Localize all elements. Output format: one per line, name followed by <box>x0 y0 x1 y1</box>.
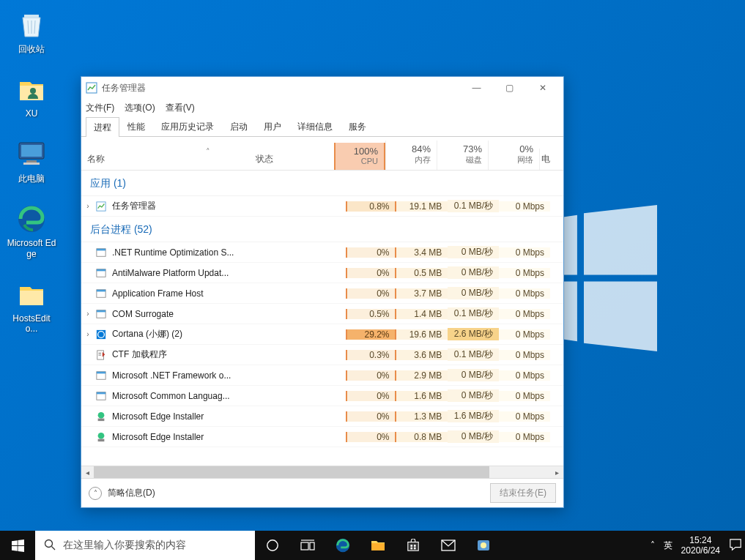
close-button[interactable]: ✕ <box>526 77 559 99</box>
col-name[interactable]: 名称 <box>81 149 250 170</box>
icon-label: XU <box>26 108 38 119</box>
memory-cell: 0.8 MB <box>396 432 448 442</box>
process-icon <box>94 411 108 422</box>
maximize-button[interactable]: ▢ <box>493 77 526 99</box>
icon-label: 此电脑 <box>18 173 45 184</box>
expand-icon[interactable]: › <box>81 330 94 338</box>
process-icon <box>94 247 108 258</box>
memory-cell: 3.4 MB <box>396 247 448 258</box>
desktop-icon-recycle[interactable]: 回收站 <box>6 6 57 57</box>
memory-cell: 3.6 MB <box>396 350 448 360</box>
taskbar-edge-icon[interactable] <box>325 531 360 560</box>
tabs: 进程性能应用历史记录启动用户详细信息服务 <box>81 116 563 137</box>
scroll-left-icon[interactable]: ◂ <box>81 466 94 478</box>
taskbar-explorer-icon[interactable] <box>360 531 396 560</box>
tab-3[interactable]: 启动 <box>222 116 256 136</box>
cpu-cell: 0.5% <box>346 309 397 319</box>
group-header[interactable]: 应用 (1) <box>81 171 563 196</box>
memory-cell: 1.4 MB <box>396 309 448 319</box>
taskbar-app-icon[interactable] <box>466 531 501 560</box>
desktop-icon-hosts[interactable]: HostsEdito... <box>6 275 57 337</box>
desktop-icon-thispc[interactable]: 此电脑 <box>6 135 57 187</box>
window-title: 任务管理器 <box>102 82 146 94</box>
column-headers: 名称 状态 100%CPU 84%内存 73%磁盘 0%网络 电 <box>81 137 563 171</box>
process-row[interactable]: Application Frame Host0%3.7 MB0 MB/秒0 Mb… <box>81 283 563 304</box>
cortana-circle-icon[interactable] <box>255 531 290 560</box>
thispc-icon <box>15 138 48 171</box>
notifications-icon[interactable] <box>729 538 742 553</box>
svg-rect-50 <box>408 542 418 551</box>
col-network[interactable]: 0%网络 <box>488 141 539 170</box>
system-tray: ˄ 英 15:24 2020/6/24 <box>651 535 745 556</box>
col-status[interactable]: 状态 <box>250 149 334 170</box>
search-icon <box>44 539 56 553</box>
cpu-cell: 0% <box>346 370 397 381</box>
process-row[interactable]: CTF 加载程序0.3%3.6 MB0.1 MB/秒0 Mbps <box>81 345 563 365</box>
search-box[interactable]: 在这里输入你要搜索的内容 <box>35 531 255 560</box>
col-memory[interactable]: 84%内存 <box>385 141 437 170</box>
svg-rect-46 <box>310 542 314 550</box>
start-button[interactable] <box>0 531 35 560</box>
expand-icon[interactable]: › <box>81 202 94 210</box>
process-row[interactable]: ›任务管理器0.8%19.1 MB0.1 MB/秒0 Mbps <box>81 196 563 217</box>
scroll-thumb[interactable] <box>94 466 489 478</box>
memory-cell: 0.5 MB <box>396 268 448 278</box>
fewer-details-icon[interactable]: ˄ <box>89 487 102 500</box>
svg-rect-37 <box>98 438 105 441</box>
fewer-details-button[interactable]: 简略信息(D) <box>108 487 155 499</box>
desktop-icon-xu[interactable]: XU <box>6 70 57 122</box>
process-row[interactable]: Microsoft Common Languag...0%1.6 MB0 MB/… <box>81 386 563 406</box>
ime-indicator[interactable]: 英 <box>664 540 672 552</box>
process-row[interactable]: ›COM Surrogate0.5%1.4 MB0.1 MB/秒0 Mbps <box>81 304 563 324</box>
tab-4[interactable]: 用户 <box>256 116 289 136</box>
col-extra[interactable]: 电 <box>539 149 552 170</box>
disk-cell: 0 MB/秒 <box>448 389 499 402</box>
menu-view[interactable]: 查看(V) <box>166 102 195 114</box>
group-header[interactable]: 后台进程 (52) <box>81 217 563 242</box>
disk-cell: 0.1 MB/秒 <box>448 348 499 361</box>
svg-rect-24 <box>97 310 105 312</box>
col-cpu[interactable]: 100%CPU <box>334 143 385 170</box>
menu-file[interactable]: 文件(F) <box>86 102 114 114</box>
titlebar[interactable]: 任务管理器 — ▢ ✕ <box>81 77 563 99</box>
process-icon <box>94 431 108 443</box>
svg-rect-10 <box>21 145 42 157</box>
process-row[interactable]: ›Cortana (小娜) (2)29.2%19.6 MB2.6 MB/秒0 M… <box>81 324 563 345</box>
process-row[interactable]: Microsoft Edge Installer0%0.8 MB0 MB/秒0 … <box>81 427 563 447</box>
process-row[interactable]: AntiMalware Platform Updat...0%0.5 MB0 M… <box>81 263 563 283</box>
process-icon <box>94 370 108 381</box>
clock[interactable]: 15:24 2020/6/24 <box>681 535 720 556</box>
taskbar-store-icon[interactable] <box>396 531 431 560</box>
col-disk[interactable]: 73%磁盘 <box>437 141 488 170</box>
process-icon <box>94 349 108 361</box>
tab-6[interactable]: 服务 <box>341 116 374 136</box>
expand-icon[interactable]: › <box>81 310 94 318</box>
task-view-icon[interactable] <box>290 531 325 560</box>
end-task-button[interactable]: 结束任务(E) <box>490 483 556 503</box>
memory-cell: 1.3 MB <box>396 411 448 422</box>
process-row[interactable]: Microsoft .NET Framework o...0%2.9 MB0 M… <box>81 365 563 386</box>
process-name: Microsoft .NET Framework o... <box>112 370 262 381</box>
disk-cell: 1.6 MB/秒 <box>448 410 499 422</box>
process-list[interactable]: 应用 (1)›任务管理器0.8%19.1 MB0.1 MB/秒0 Mbps后台进… <box>81 171 563 466</box>
svg-rect-35 <box>98 418 105 421</box>
tray-chevron-icon[interactable]: ˄ <box>651 540 655 550</box>
taskbar-mail-icon[interactable] <box>431 531 466 560</box>
tab-0[interactable]: 进程 <box>86 117 119 137</box>
tab-5[interactable]: 详细信息 <box>289 116 341 136</box>
task-manager-window: 任务管理器 — ▢ ✕ 文件(F) 选项(O) 查看(V) 进程性能应用历史记录… <box>81 76 564 508</box>
disk-cell: 0.1 MB/秒 <box>448 200 499 212</box>
scroll-right-icon[interactable]: ▸ <box>551 466 563 478</box>
process-row[interactable]: Microsoft Edge Installer0%1.3 MB1.6 MB/秒… <box>81 406 563 427</box>
tab-1[interactable]: 性能 <box>119 116 153 136</box>
desktop-icon-edge[interactable]: Microsoft Edge <box>6 200 57 262</box>
process-icon <box>94 288 108 299</box>
svg-marker-3 <box>584 282 657 351</box>
menu-options[interactable]: 选项(O) <box>125 102 155 114</box>
tab-2[interactable]: 应用历史记录 <box>153 116 222 136</box>
horizontal-scrollbar[interactable]: ◂ ▸ <box>81 466 563 478</box>
svg-marker-38 <box>12 540 18 545</box>
minimize-button[interactable]: — <box>460 77 493 99</box>
process-row[interactable]: .NET Runtime Optimization S...0%3.4 MB0 … <box>81 242 563 263</box>
svg-rect-33 <box>97 392 105 394</box>
